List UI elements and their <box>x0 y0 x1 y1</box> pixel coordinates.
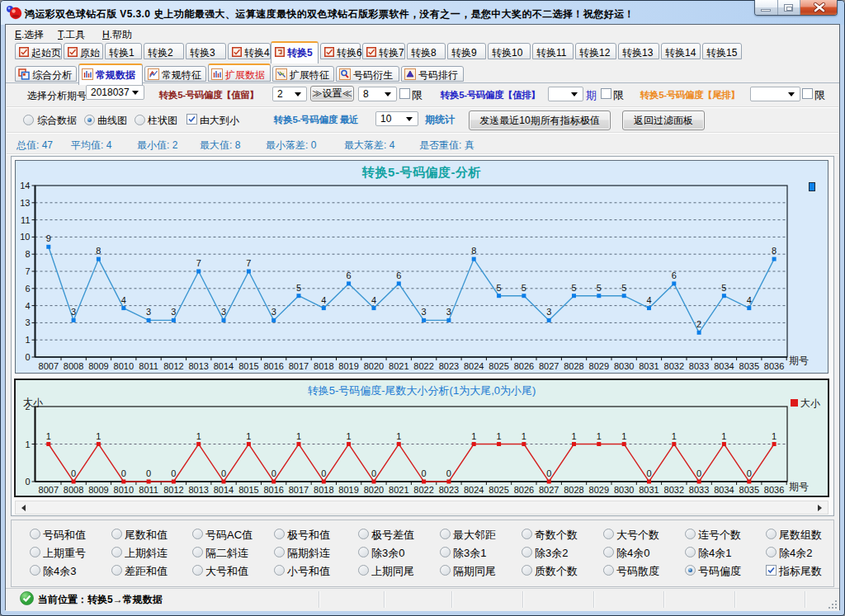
svg-text:8017: 8017 <box>289 485 309 495</box>
svg-text:1: 1 <box>25 440 30 449</box>
svg-text:11: 11 <box>21 215 30 225</box>
svg-text:5: 5 <box>522 283 526 293</box>
svg-text:14: 14 <box>20 181 30 190</box>
svg-text:8015: 8015 <box>238 485 258 495</box>
svg-text:8008: 8008 <box>64 361 83 371</box>
svg-text:8029: 8029 <box>589 485 609 495</box>
svg-text:0: 0 <box>271 468 276 478</box>
svg-text:8028: 8028 <box>564 485 583 495</box>
svg-text:8: 8 <box>25 249 30 259</box>
svg-text:8020: 8020 <box>364 485 384 495</box>
svg-text:0: 0 <box>221 468 226 478</box>
svg-text:0: 0 <box>696 468 701 478</box>
svg-text:8026: 8026 <box>514 361 534 371</box>
svg-text:0: 0 <box>171 468 176 478</box>
svg-text:8007: 8007 <box>39 485 59 495</box>
svg-text:4: 4 <box>646 295 651 305</box>
svg-text:1: 1 <box>772 431 777 441</box>
svg-text:8027: 8027 <box>539 361 559 371</box>
svg-text:8: 8 <box>772 246 777 256</box>
svg-text:10: 10 <box>20 232 30 242</box>
svg-text:3: 3 <box>146 307 151 317</box>
svg-text:1: 1 <box>672 431 677 441</box>
svg-text:8013: 8013 <box>188 485 208 495</box>
svg-text:8: 8 <box>96 246 101 256</box>
svg-text:4: 4 <box>371 295 376 305</box>
svg-text:8009: 8009 <box>88 485 108 495</box>
svg-text:8032: 8032 <box>664 361 684 371</box>
svg-text:5: 5 <box>721 283 726 293</box>
svg-text:转换5-号码偏度-尾数大小分析(1为大尾,0为小尾): 转换5-号码偏度-尾数大小分析(1为大尾,0为小尾) <box>308 384 536 397</box>
svg-text:1: 1 <box>25 335 30 345</box>
svg-text:5: 5 <box>621 283 626 293</box>
svg-text:8027: 8027 <box>539 485 559 495</box>
svg-text:8034: 8034 <box>714 485 734 495</box>
svg-text:3: 3 <box>25 317 30 327</box>
svg-text:8016: 8016 <box>263 485 283 495</box>
svg-text:8007: 8007 <box>39 361 59 371</box>
svg-text:8021: 8021 <box>389 361 408 371</box>
svg-text:0: 0 <box>25 352 30 362</box>
svg-text:8014: 8014 <box>214 361 234 371</box>
svg-text:8035: 8035 <box>739 361 759 371</box>
svg-text:8011: 8011 <box>139 361 158 371</box>
svg-text:8019: 8019 <box>338 485 358 495</box>
svg-text:8022: 8022 <box>413 485 433 495</box>
svg-text:0: 0 <box>422 468 427 478</box>
svg-text:6: 6 <box>672 270 677 280</box>
svg-text:0: 0 <box>371 468 376 478</box>
svg-text:8016: 8016 <box>263 361 283 371</box>
svg-text:3: 3 <box>71 307 76 317</box>
svg-text:8019: 8019 <box>338 361 358 371</box>
svg-text:1: 1 <box>597 431 602 441</box>
svg-text:4: 4 <box>747 295 752 305</box>
svg-text:转换5-号码偏度-分析: 转换5-号码偏度-分析 <box>361 165 481 180</box>
svg-text:8025: 8025 <box>489 361 508 371</box>
svg-text:8010: 8010 <box>114 361 134 371</box>
svg-text:1: 1 <box>721 431 726 441</box>
svg-text:1: 1 <box>347 431 352 441</box>
svg-text:4: 4 <box>121 295 126 305</box>
svg-text:4: 4 <box>25 301 30 311</box>
svg-text:8015: 8015 <box>238 361 258 371</box>
svg-text:8035: 8035 <box>739 485 759 495</box>
svg-text:13: 13 <box>20 198 30 208</box>
svg-text:1: 1 <box>46 431 51 441</box>
svg-text:8033: 8033 <box>689 361 709 371</box>
svg-text:8023: 8023 <box>439 361 459 371</box>
svg-text:8036: 8036 <box>764 361 784 371</box>
svg-text:1: 1 <box>296 431 301 441</box>
svg-text:7: 7 <box>246 258 251 268</box>
svg-text:3: 3 <box>446 307 451 317</box>
svg-text:5: 5 <box>597 283 602 293</box>
svg-text:8030: 8030 <box>614 361 634 371</box>
svg-text:3: 3 <box>171 307 176 317</box>
svg-text:8024: 8024 <box>464 485 484 495</box>
svg-text:3: 3 <box>422 307 427 317</box>
svg-text:0: 0 <box>446 468 451 478</box>
svg-text:8025: 8025 <box>489 485 508 495</box>
svg-text:1: 1 <box>621 431 626 441</box>
svg-text:8012: 8012 <box>163 485 183 495</box>
svg-text:8029: 8029 <box>589 361 609 371</box>
svg-text:8022: 8022 <box>413 361 433 371</box>
svg-text:8017: 8017 <box>289 361 309 371</box>
svg-text:8009: 8009 <box>88 361 108 371</box>
svg-text:1: 1 <box>96 431 101 441</box>
svg-text:6: 6 <box>396 270 401 280</box>
svg-text:8012: 8012 <box>163 361 183 371</box>
svg-text:8023: 8023 <box>439 485 459 495</box>
svg-text:1: 1 <box>471 431 476 441</box>
svg-text:7: 7 <box>25 266 30 276</box>
svg-text:4: 4 <box>321 295 326 305</box>
svg-text:8020: 8020 <box>364 361 384 371</box>
svg-text:8: 8 <box>471 246 476 256</box>
svg-text:7: 7 <box>196 258 201 268</box>
svg-text:8031: 8031 <box>639 485 659 495</box>
svg-text:8018: 8018 <box>314 361 333 371</box>
svg-text:0: 0 <box>747 468 752 478</box>
svg-text:8034: 8034 <box>714 361 734 371</box>
svg-text:6: 6 <box>25 284 30 294</box>
svg-text:3: 3 <box>546 307 551 317</box>
svg-text:8032: 8032 <box>664 485 684 495</box>
